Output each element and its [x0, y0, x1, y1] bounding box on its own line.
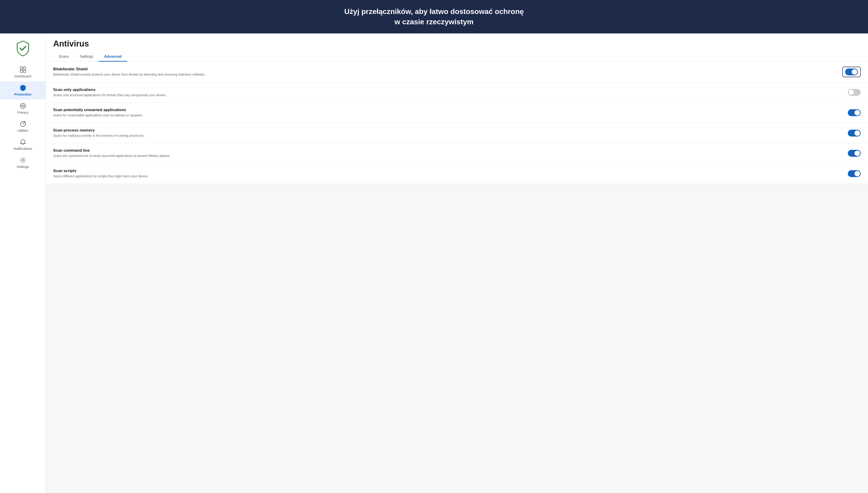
banner-line2: w czasie rzeczywistym: [9, 17, 859, 27]
app-container: Dashboard Protection Priva: [0, 34, 868, 493]
sidebar-item-settings[interactable]: Settings: [0, 154, 46, 172]
logo-area: [16, 36, 30, 63]
notifications-icon: [20, 139, 26, 145]
setting-desc-bitdefender-shield: Bitdefender Shield actively protects you…: [53, 72, 833, 77]
setting-title-scan-only: Scan only applications: [53, 87, 839, 92]
setting-info-scan-only: Scan only applications Scans only access…: [53, 87, 839, 98]
sidebar-item-protection[interactable]: Protection: [0, 81, 46, 100]
setting-desc-scan-process: Scans for malicious activity in the memo…: [53, 133, 839, 138]
toggle-container-scan-only: [848, 89, 861, 96]
setting-title-scan-scripts: Scan scripts: [53, 169, 839, 173]
banner-line1: Użyj przełączników, aby łatwo dostosować…: [9, 6, 859, 17]
toggle-container-scan-pua: [848, 109, 861, 116]
toggle-highlighted-box: [842, 67, 861, 77]
svg-point-5: [22, 105, 24, 107]
sidebar: Dashboard Protection Priva: [0, 34, 46, 493]
setting-title-bitdefender-shield: Bitdefender Shield: [53, 67, 833, 71]
toggle-bitdefender-shield[interactable]: [845, 68, 858, 76]
utilities-icon: [20, 121, 26, 127]
setting-desc-scan-only: Scans only accessed applications for thr…: [53, 93, 839, 98]
setting-desc-scan-scripts: Scans different applications for scripts…: [53, 174, 839, 179]
sidebar-item-dashboard[interactable]: Dashboard: [0, 63, 46, 81]
top-banner: Użyj przełączników, aby łatwo dostosować…: [0, 0, 868, 34]
toggle-container-scan-scripts: [848, 170, 861, 177]
privacy-label: Privacy: [17, 110, 28, 114]
setting-info-scan-scripts: Scan scripts Scans different application…: [53, 169, 839, 179]
setting-scan-pua: Scan potentially unwanted applications S…: [46, 103, 868, 123]
content-header: Antivirus Scans Settings Advanced: [46, 34, 868, 62]
settings-label: Settings: [17, 165, 29, 169]
main-content: Antivirus Scans Settings Advanced Bitdef…: [46, 34, 868, 493]
protection-label: Protection: [14, 92, 31, 96]
tab-scans[interactable]: Scans: [53, 52, 74, 62]
page-title: Antivirus: [53, 39, 861, 48]
setting-info-scan-command: Scan command line Scans the command line…: [53, 148, 839, 158]
dashboard-icon: [20, 66, 26, 73]
svg-rect-2: [20, 70, 22, 72]
svg-rect-3: [23, 70, 26, 72]
tab-advanced[interactable]: Advanced: [99, 52, 127, 62]
toggle-container-scan-command: [848, 150, 861, 157]
toggle-scan-only[interactable]: [848, 89, 861, 96]
setting-scan-command-line: Scan command line Scans the command line…: [46, 143, 868, 164]
sidebar-item-utilities[interactable]: Utilities: [0, 117, 46, 136]
toggle-scan-command[interactable]: [848, 150, 861, 157]
tab-settings[interactable]: Settings: [74, 52, 99, 62]
setting-info-bitdefender-shield: Bitdefender Shield Bitdefender Shield ac…: [53, 67, 833, 77]
setting-info-scan-pua: Scan potentially unwanted applications S…: [53, 108, 839, 118]
svg-point-9: [24, 121, 26, 123]
svg-rect-0: [20, 67, 22, 69]
sidebar-item-notifications[interactable]: Notifications: [0, 136, 46, 154]
setting-info-scan-process: Scan process memory Scans for malicious …: [53, 128, 839, 138]
settings-list: Bitdefender Shield Bitdefender Shield ac…: [46, 62, 868, 184]
svg-rect-1: [23, 67, 26, 69]
sidebar-item-privacy[interactable]: Privacy: [0, 100, 46, 117]
setting-desc-scan-command: Scans the command line of newly launched…: [53, 154, 839, 158]
setting-title-scan-process: Scan process memory: [53, 128, 839, 133]
utilities-label: Utilities: [17, 129, 28, 132]
settings-icon: [20, 157, 26, 163]
setting-title-scan-command: Scan command line: [53, 148, 839, 153]
setting-desc-scan-pua: Scans for undesirable applications such …: [53, 113, 839, 118]
toggle-scan-process[interactable]: [848, 130, 861, 136]
dashboard-label: Dashboard: [15, 74, 31, 78]
svg-point-10: [22, 159, 24, 161]
setting-scan-process-memory: Scan process memory Scans for malicious …: [46, 123, 868, 144]
protection-icon: [20, 85, 26, 91]
toggle-scan-pua[interactable]: [848, 109, 861, 116]
privacy-icon: [20, 103, 26, 109]
setting-bitdefender-shield: Bitdefender Shield Bitdefender Shield ac…: [46, 62, 868, 83]
toggle-scan-scripts[interactable]: [848, 170, 861, 177]
setting-scan-only-applications: Scan only applications Scans only access…: [46, 83, 868, 103]
setting-title-scan-pua: Scan potentially unwanted applications: [53, 108, 839, 112]
bitdefender-logo-icon: [16, 40, 30, 56]
setting-scan-scripts: Scan scripts Scans different application…: [46, 164, 868, 184]
toggle-container-scan-process: [848, 130, 861, 136]
notifications-label: Notifications: [14, 147, 32, 151]
tabs-bar: Scans Settings Advanced: [53, 52, 861, 61]
